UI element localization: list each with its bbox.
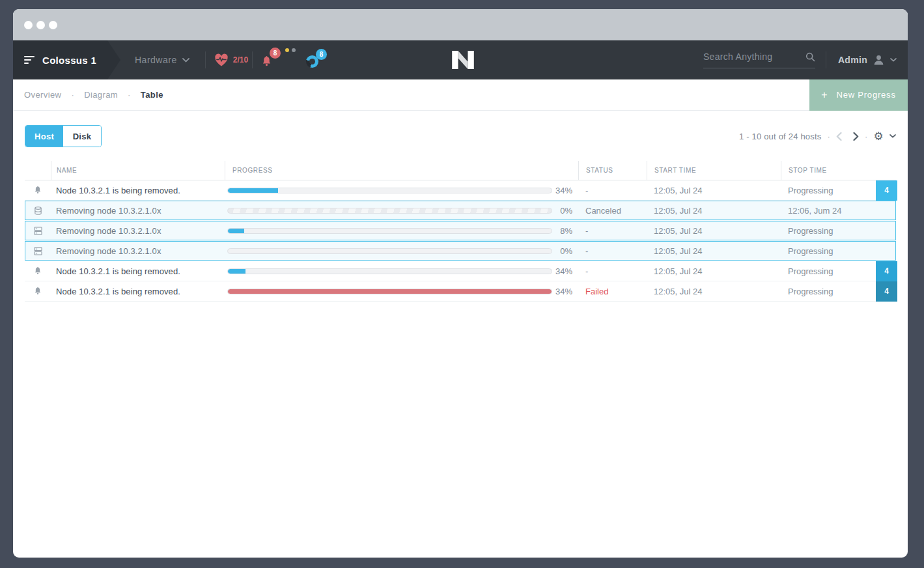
- hardware-menu[interactable]: Hardware: [135, 55, 189, 65]
- row-stop-time: Progressing: [781, 287, 876, 296]
- progress-bar: [227, 268, 552, 274]
- tasks-indicator[interactable]: 8: [306, 54, 327, 66]
- row-status: -: [578, 226, 647, 236]
- database-icon: [25, 206, 51, 216]
- row-start-time: 12:05, Jul 24: [647, 287, 781, 296]
- tab-overview[interactable]: Overview: [24, 90, 61, 100]
- tab-table[interactable]: Table: [141, 90, 163, 100]
- progress-percent: 34%: [555, 186, 578, 195]
- row-start-time: 12:05, Jul 24: [647, 186, 781, 195]
- user-name: Admin: [838, 55, 867, 65]
- tasks-count-badge: 8: [316, 49, 327, 60]
- next-page-button[interactable]: [853, 132, 859, 141]
- view-tabs: Overview · Diagram · Table: [13, 90, 163, 100]
- product-name: Colossus 1: [42, 55, 96, 66]
- window-titlebar: [13, 9, 908, 40]
- column-header-name: NAME: [51, 161, 225, 180]
- table-row[interactable]: Node 10.3.2.1 is being removed. 34% - 12…: [25, 180, 896, 201]
- hardware-menu-label: Hardware: [135, 55, 177, 65]
- progress-percent: 8%: [560, 226, 578, 236]
- pagination-separator: ·: [865, 132, 868, 141]
- progress-bar: [227, 208, 552, 214]
- row-count-badge: [876, 241, 897, 261]
- window-control-dot[interactable]: [24, 21, 33, 29]
- row-count-badge[interactable]: 4: [876, 281, 897, 302]
- bell-icon: [25, 266, 51, 276]
- row-count-badge[interactable]: 4: [876, 261, 897, 281]
- table-row[interactable]: Removing node 10.3.2.1.0x 8% - 12:05, Ju…: [25, 221, 896, 241]
- server-rack-icon: [25, 227, 51, 235]
- alerts-count-badge: 8: [270, 48, 281, 59]
- search-input[interactable]: Search Anything: [703, 51, 815, 68]
- row-status: -: [578, 186, 647, 195]
- search-icon: [805, 52, 815, 62]
- progress-percent: 34%: [555, 266, 578, 276]
- column-header-icon: [25, 161, 51, 180]
- divider: [826, 51, 826, 68]
- progress-percent: 0%: [560, 206, 578, 216]
- pagination-summary: 1 - 10 out of 24 hosts: [739, 132, 822, 141]
- progress-bar: [227, 248, 552, 254]
- table-row[interactable]: Removing node 10.3.2.1.0x 0% - 12:05, Ju…: [25, 241, 896, 261]
- row-stop-time: Progressing: [781, 226, 876, 236]
- row-name: Removing node 10.3.2.1.0x: [51, 206, 225, 216]
- table-row[interactable]: Node 10.3.2.1 is being removed. 34% - 12…: [25, 261, 896, 281]
- row-status: -: [578, 266, 647, 276]
- window-control-dot[interactable]: [36, 21, 45, 29]
- health-indicator[interactable]: 2/10: [214, 53, 248, 67]
- row-status: Canceled: [578, 206, 647, 216]
- progress-percent: 34%: [555, 287, 578, 296]
- toggle-host[interactable]: Host: [25, 126, 63, 147]
- row-name: Node 10.3.2.1 is being removed.: [51, 186, 225, 195]
- host-disk-toggle: Host Disk: [25, 125, 102, 147]
- brand-block[interactable]: Colossus 1: [13, 40, 107, 79]
- table-row[interactable]: Removing node 10.3.2.1.0x 0% Canceled 12…: [25, 201, 896, 221]
- pagination-separator: ·: [827, 132, 830, 141]
- tab-diagram[interactable]: Diagram: [84, 90, 118, 100]
- chevron-down-icon: [182, 58, 189, 63]
- table-toolbar: Host Disk 1 - 10 out of 24 hosts · · ⚙: [25, 125, 896, 147]
- person-icon: [873, 55, 884, 65]
- user-menu[interactable]: Admin: [838, 55, 897, 65]
- search-placeholder: Search Anything: [703, 51, 772, 62]
- progress-cell: 34%: [225, 266, 578, 276]
- table-row[interactable]: Node 10.3.2.1 is being removed. 34% Fail…: [25, 281, 896, 302]
- row-stop-time: 12:06, Jum 24: [781, 206, 876, 216]
- row-name: Removing node 10.3.2.1.0x: [51, 246, 225, 256]
- row-stop-time: Progressing: [781, 246, 876, 256]
- row-name: Node 10.3.2.1 is being removed.: [51, 287, 225, 296]
- toggle-disk[interactable]: Disk: [63, 126, 101, 147]
- tab-separator: ·: [71, 90, 74, 100]
- row-name: Removing node 10.3.2.1.0x: [51, 226, 225, 236]
- row-status: Failed: [578, 287, 647, 296]
- app-header: Colossus 1 Hardware 2/10 8: [13, 40, 908, 79]
- column-header-stop-time: STOP TIME: [781, 161, 876, 180]
- settings-chevron-down-icon[interactable]: [889, 134, 896, 138]
- prev-page-button[interactable]: [836, 132, 842, 141]
- alerts-indicator[interactable]: 8: [260, 52, 296, 68]
- table-header-row: NAME PROGRESS STATUS START TIME STOP TIM…: [25, 161, 896, 180]
- progress-percent: 0%: [560, 246, 578, 256]
- settings-gear-icon[interactable]: ⚙: [874, 131, 884, 142]
- chevron-down-icon: [890, 58, 897, 62]
- plus-icon: +: [821, 89, 828, 101]
- progress-bar-fill: [228, 188, 278, 193]
- column-header-progress: PROGRESS: [225, 161, 578, 180]
- health-value: 2/10: [233, 55, 248, 64]
- new-progress-button[interactable]: + New Progress: [809, 79, 908, 111]
- row-start-time: 12:05, Jul 24: [647, 206, 781, 216]
- row-start-time: 12:05, Jul 24: [647, 266, 781, 276]
- divider: [252, 51, 253, 68]
- progress-cell: 0%: [225, 246, 578, 256]
- row-count-badge[interactable]: 4: [876, 180, 897, 201]
- main-content: Host Disk 1 - 10 out of 24 hosts · · ⚙: [13, 125, 908, 302]
- tab-separator: ·: [128, 90, 131, 100]
- progress-cell: 0%: [225, 206, 578, 216]
- window-control-dot[interactable]: [49, 21, 57, 29]
- progress-bar-fill: [228, 229, 244, 233]
- row-stop-time: Progressing: [781, 186, 876, 195]
- row-name: Node 10.3.2.1 is being removed.: [51, 266, 225, 276]
- menu-icon[interactable]: [24, 56, 35, 64]
- app-window: Colossus 1 Hardware 2/10 8: [13, 9, 908, 558]
- progress-bar: [227, 228, 552, 234]
